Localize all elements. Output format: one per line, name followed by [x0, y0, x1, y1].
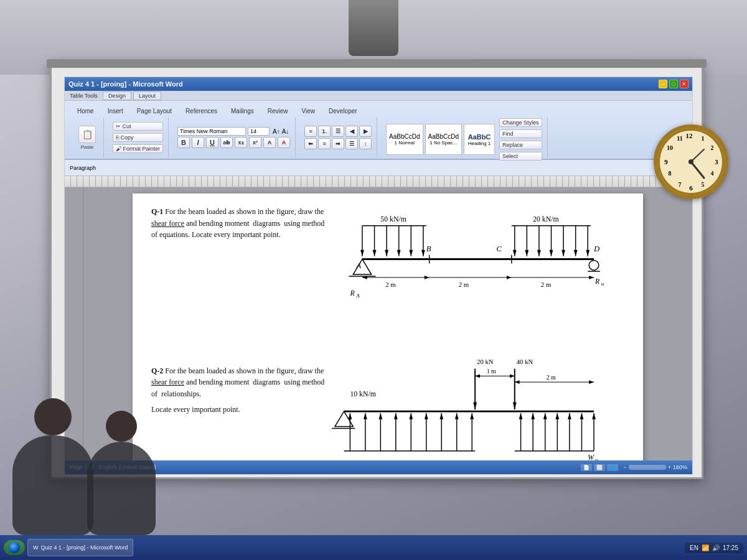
- zoom-control: − + 160%: [623, 464, 687, 470]
- svg-marker-18: [525, 250, 529, 256]
- screen-frame: [47, 59, 707, 68]
- find-button[interactable]: Find: [499, 129, 542, 138]
- style-no-spacing[interactable]: AaBbCcDd 1 No Spac...: [425, 124, 462, 155]
- zoom-slider[interactable]: [629, 465, 666, 470]
- svg-marker-10: [409, 250, 413, 256]
- table-tools-bar: Table Tools Design Layout: [65, 91, 692, 101]
- text-color-button[interactable]: A: [278, 137, 290, 148]
- select-button[interactable]: Select: [499, 152, 542, 161]
- tab-references[interactable]: References: [179, 106, 223, 116]
- svg-marker-110: [555, 413, 559, 419]
- svg-marker-4: [373, 250, 377, 256]
- svg-marker-28: [586, 250, 590, 256]
- font-name-input[interactable]: [177, 127, 246, 136]
- close-button[interactable]: ✕: [680, 80, 688, 88]
- styles-group: AaBbCcDd 1 Normal AaBbCcDd 1 No Spac... …: [381, 118, 547, 157]
- paragraph-group: ≡ 1. ☰ ◀ ▶ ⬅ ≡ ➡ ☰ ↕: [299, 118, 377, 157]
- superscript-button[interactable]: x²: [249, 137, 261, 148]
- copy-button[interactable]: ⎘ Copy: [113, 133, 163, 142]
- format-painter-button[interactable]: 🖌 Format Painter: [113, 144, 163, 153]
- underline-button[interactable]: U: [206, 137, 218, 148]
- taskbar-word-item[interactable]: W Quiz 4 1 - [proing] - Microsoft Word: [27, 539, 133, 556]
- tab-insert[interactable]: Insert: [101, 106, 129, 116]
- numbering-button[interactable]: 1.: [318, 126, 331, 137]
- bold-button[interactable]: B: [177, 137, 190, 148]
- design-tab[interactable]: Design: [103, 91, 131, 100]
- svg-text:10 kN/m: 10 kN/m: [350, 390, 375, 398]
- zoom-in-button[interactable]: +: [668, 464, 671, 470]
- font-shrink-button[interactable]: A↓: [282, 128, 289, 135]
- tab-developer[interactable]: Developer: [322, 106, 364, 116]
- svg-marker-84: [510, 374, 515, 378]
- table-tools-label: Table Tools: [70, 93, 98, 99]
- view-web[interactable]: 🌐: [607, 464, 618, 471]
- italic-button[interactable]: I: [192, 137, 204, 148]
- tab-mailings[interactable]: Mailings: [225, 106, 260, 116]
- font-grow-button[interactable]: A↑: [273, 128, 280, 135]
- svg-text:11: 11: [677, 135, 682, 142]
- cut-button[interactable]: ✂ Cut: [113, 122, 163, 131]
- svg-marker-22: [550, 250, 553, 256]
- increase-indent-button[interactable]: ▶: [359, 126, 372, 137]
- start-button[interactable]: [4, 540, 25, 555]
- title-bar: Quiz 4 1 - [proing] - Microsoft Word ─ □…: [65, 77, 692, 91]
- subscript-button[interactable]: x₂: [235, 137, 247, 148]
- decrease-indent-button[interactable]: ◀: [345, 126, 358, 137]
- svg-marker-6: [385, 250, 388, 256]
- question-2-text: Q-2 For the beam loaded as shown in the …: [151, 365, 326, 400]
- justify-button[interactable]: ☰: [345, 138, 358, 149]
- style-heading1[interactable]: AaBbC Heading 1: [464, 124, 495, 155]
- svg-text:2 m: 2 m: [385, 281, 396, 288]
- svg-marker-116: [592, 413, 596, 419]
- align-right-button[interactable]: ➡: [332, 138, 344, 149]
- bullets-button[interactable]: ≡: [304, 126, 317, 137]
- svg-text:o: o: [601, 281, 604, 287]
- layout-tab[interactable]: Layout: [133, 91, 161, 100]
- view-fullscreen[interactable]: ⬜: [594, 464, 605, 471]
- svg-text:12: 12: [686, 132, 693, 139]
- tab-review[interactable]: Review: [261, 106, 294, 116]
- svg-marker-112: [568, 413, 571, 419]
- align-left-button[interactable]: ⬅: [304, 138, 317, 149]
- view-print-layout[interactable]: 📄: [581, 464, 592, 471]
- zoom-out-button[interactable]: −: [623, 464, 626, 470]
- font-group: A↑ A↓ B I U ab̶ x₂ x² A A: [172, 118, 296, 157]
- svg-text:20 kN/m: 20 kN/m: [533, 215, 558, 223]
- volume-icon: 🔊: [712, 544, 720, 551]
- font-size-input[interactable]: [248, 127, 270, 136]
- svg-text:20 kN: 20 kN: [477, 358, 494, 365]
- svg-text:10: 10: [667, 144, 673, 151]
- style-normal[interactable]: AaBbCcDd 1 Normal: [386, 124, 423, 155]
- tab-view[interactable]: View: [296, 106, 322, 116]
- person-1-head: [34, 398, 72, 436]
- replace-button[interactable]: Replace: [499, 141, 542, 149]
- line-spacing-button[interactable]: ↕: [359, 138, 372, 149]
- svg-point-51: [589, 260, 599, 270]
- svg-marker-59: [348, 413, 352, 419]
- system-tray: EN 📶 🔊 17:25: [685, 543, 743, 553]
- maximize-button[interactable]: □: [669, 80, 678, 88]
- minimize-button[interactable]: ─: [659, 80, 667, 88]
- svg-marker-67: [409, 413, 413, 419]
- svg-text:B: B: [426, 245, 431, 253]
- svg-text:7: 7: [679, 181, 682, 188]
- strikethrough-button[interactable]: ab̶: [220, 137, 233, 148]
- change-styles-button[interactable]: Change Styles: [499, 118, 542, 127]
- svg-text:50 kN/m: 50 kN/m: [380, 215, 406, 223]
- svg-text:5: 5: [702, 181, 705, 188]
- beam-diagram-2-svg: 10 kN/m: [332, 346, 624, 460]
- clear-format-button[interactable]: A: [263, 137, 276, 148]
- beam-diagram-1-svg: 50 kN/m: [332, 206, 624, 343]
- tab-page-layout[interactable]: Page Layout: [131, 106, 178, 116]
- paste-button[interactable]: 📋 Paste: [76, 124, 98, 151]
- align-center-button[interactable]: ≡: [318, 138, 331, 149]
- question-1-text: Q-1 For the beam loaded as shown in the …: [151, 206, 326, 241]
- svg-text:2 m: 2 m: [541, 281, 552, 288]
- svg-text:A: A: [355, 292, 360, 299]
- multilevel-button[interactable]: ☰: [332, 126, 344, 137]
- svg-marker-104: [519, 413, 523, 419]
- diagram-2: 10 kN/m: [332, 346, 624, 460]
- svg-text:W: W: [588, 454, 594, 460]
- tab-home[interactable]: Home: [71, 106, 100, 116]
- wall-clock: 12 3 6 9 1 2 4 5 7 8 10 11: [654, 124, 728, 199]
